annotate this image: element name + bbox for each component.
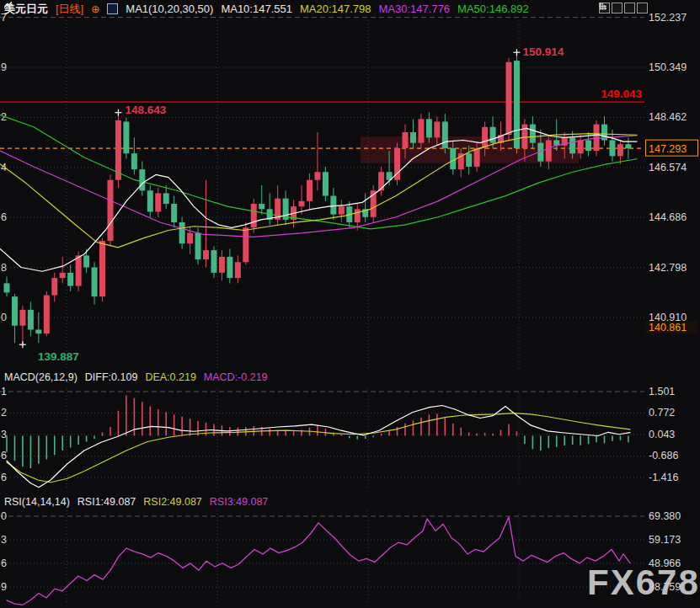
candle-body (35, 329, 41, 333)
candle-body (19, 310, 25, 326)
candle-body (243, 227, 248, 262)
candle-body (450, 148, 456, 169)
timeframe-label[interactable]: [日线] (56, 2, 83, 17)
candle-body (131, 153, 137, 169)
rsi1-readout: RSI1:49.087 (77, 496, 136, 508)
macd-axis-left-digit: 6 (1, 472, 7, 483)
candle-body (51, 278, 57, 295)
candle-body (314, 172, 320, 179)
ma20-readout: MA20:147.798 (300, 3, 371, 15)
chart-header: 美元日元 [日线] ⊕ MA1(10,20,30,50) MA10:147.55… (4, 2, 529, 16)
candle-body (339, 206, 345, 214)
price-axis-label: 150.349 (649, 61, 687, 73)
macd-axis-label: 1.501 (649, 386, 675, 397)
candle-body (609, 140, 615, 156)
candle-body (251, 204, 257, 227)
macd-macd-readout: MACD:-0.219 (204, 371, 268, 383)
price-axis-label: 142.798 (649, 262, 687, 274)
candle-body (235, 262, 241, 278)
pan-right-icon[interactable] (637, 3, 648, 13)
candle-body (426, 119, 432, 137)
rsi2-readout: RSI2:49.087 (143, 496, 202, 508)
candle-body (187, 233, 193, 244)
candle-body (482, 127, 488, 148)
candle-body (585, 140, 591, 151)
candle-body (442, 121, 448, 147)
candle-body (418, 119, 424, 142)
candle-body (12, 296, 18, 326)
candle-body (466, 153, 472, 167)
candle-body (28, 310, 34, 330)
zoom-axis-x-icon[interactable] (624, 3, 635, 13)
macd-axis-label: 0.772 (649, 407, 675, 419)
candle-body (4, 283, 10, 292)
trading-chart-window: 美元日元 [日线] ⊕ MA1(10,20,30,50) MA10:147.55… (0, 0, 700, 608)
price-axis-label: 152.237 (649, 12, 687, 24)
candle-body (569, 137, 575, 153)
low-axis-label: 140.861 (649, 322, 687, 333)
candle-body (505, 62, 511, 136)
candle-body (203, 250, 209, 259)
price-axis-left-digit: 6 (1, 211, 7, 223)
candle-body (434, 121, 440, 137)
price-axis-label: 148.462 (649, 111, 687, 123)
candle-body (578, 140, 584, 153)
chart-type-icon[interactable] (107, 3, 118, 14)
candle-body (514, 61, 520, 148)
chart-canvas[interactable]: 152.2377150.3499148.4622146.5744144.6866… (0, 0, 700, 608)
candle-body (594, 125, 600, 151)
rsi-axis-label: 59.173 (649, 534, 681, 546)
candle-body (546, 140, 552, 161)
price-axis-left-digit: 0 (1, 312, 7, 323)
candle-body (163, 193, 169, 204)
price-axis-label: 144.686 (649, 211, 687, 223)
rsi-axis-left-digit: 6 (1, 557, 7, 569)
watermark: FX678 (587, 563, 700, 602)
candle-body (227, 257, 232, 278)
ma10-readout: MA10:147.551 (221, 3, 292, 15)
candle-body (195, 233, 201, 259)
candle-body (83, 255, 89, 267)
macd-diff-readout: DIFF:0.109 (85, 371, 138, 383)
macd-header: MACD(26,12,9) DIFF:0.109 DEA:0.219 MACD:… (4, 371, 268, 383)
candle-body (307, 180, 313, 201)
macd-axis-left-digit: 1 (1, 386, 7, 397)
candle-body (155, 193, 161, 211)
current-price-label: 147.293 (649, 143, 687, 155)
candle-body (330, 196, 336, 215)
candle-body (179, 222, 185, 243)
macd-axis-label: 0.043 (649, 429, 675, 440)
candle-body (139, 169, 145, 190)
candle-body (60, 273, 66, 278)
candle-body (490, 127, 496, 143)
rsi-axis-left-digit: 0 (1, 510, 7, 522)
rsi-title: RSI(14,14,14) (4, 496, 70, 508)
chart-toolbar (599, 3, 648, 13)
rsi-header: RSI(14,14,14) RSI1:49.087 RSI2:49.087 RS… (4, 496, 268, 508)
candle-body (123, 121, 129, 153)
candle-body (67, 273, 73, 286)
macd-axis-label: -1.416 (649, 472, 678, 483)
resistance-annotation: 149.043 (601, 88, 642, 100)
candle-body (259, 204, 265, 209)
macd-axis-left-digit: 2 (1, 407, 7, 419)
candle-body (530, 125, 536, 143)
candle-body (474, 148, 480, 167)
diff-line (7, 405, 630, 487)
ma30-readout: MA30:147.776 (379, 3, 451, 15)
zoom-axis-y-icon[interactable] (612, 3, 623, 13)
macd-title: MACD(26,12,9) (4, 371, 77, 383)
candle-body (378, 172, 384, 190)
candle-body (410, 132, 416, 143)
candle-body (403, 132, 409, 148)
macd-axis-label: -0.686 (649, 450, 678, 461)
macd-dea-readout: DEA:0.219 (145, 371, 195, 383)
high-annotation: 150.914 (522, 45, 564, 58)
macd-axis-left-digit: 3 (1, 429, 7, 440)
low-annotation: 139.887 (38, 350, 79, 363)
candle-body (147, 190, 153, 211)
rsi-axis-left-digit: 3 (1, 534, 7, 546)
candle-body (299, 201, 305, 206)
candle-body (211, 250, 216, 273)
add-indicator-icon[interactable]: ⊕ (91, 3, 99, 15)
